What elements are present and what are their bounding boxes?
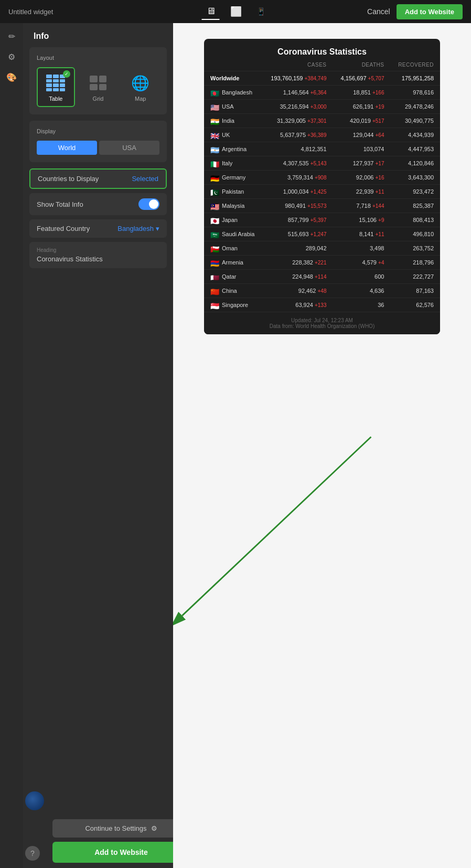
table-row-worldwide: Worldwide 193,760,159 +384,749 4,156,697… [204, 71, 440, 86]
footer-source: Data from: World Health Organization (WH… [209, 323, 435, 329]
country-deaths: 4,579 +4 [333, 256, 391, 270]
help-icon[interactable]: ? [25, 846, 40, 861]
continue-to-settings-button[interactable]: Continue to Settings ⚙ [52, 819, 190, 838]
country-cases: 4,812,351 [263, 142, 333, 156]
country-cases: 515,693 +1,247 [263, 227, 333, 241]
country-deaths: 18,851 +166 [333, 86, 391, 100]
table-row: 🇨🇳 China 92,462 +48 4,636 87,163 [204, 284, 440, 298]
countries-label: Countries to Display [38, 175, 99, 183]
show-total-info-toggle[interactable] [138, 198, 159, 210]
display-tab-usa[interactable]: USA [99, 141, 159, 155]
country-recovered: 808,413 [390, 213, 440, 227]
country-cases: 35,216,594 +3,000 [263, 100, 333, 114]
country-recovered: 29,478,246 [390, 100, 440, 114]
country-cases: 980,491 +15,573 [263, 199, 333, 213]
desktop-device-icon[interactable]: 🖥 [202, 4, 220, 20]
widget-preview: Coronavirus Statistics CASES DEATHS RECO… [204, 39, 440, 334]
country-recovered: 4,434,939 [390, 128, 440, 142]
flag-icon: 🇬🇧 [210, 132, 219, 138]
country-cases: 224,948 +114 [263, 270, 333, 284]
country-name-cell: 🇶🇦 Qatar [204, 270, 263, 284]
country-name: Bangladesh [222, 89, 252, 96]
table-label: Table [49, 96, 62, 102]
country-name-cell: 🇮🇳 India [204, 114, 263, 128]
featured-country-label: Featured Country [37, 225, 90, 232]
heading-value: Coronavirus Statistics [37, 255, 159, 263]
country-name-cell: 🇸🇬 Singapore [204, 298, 263, 312]
country-name-cell: 🇩🇪 Germany [204, 171, 263, 185]
col-country [204, 59, 263, 71]
add-to-website-button[interactable]: Add to Website [397, 4, 463, 19]
country-deaths: 420,019 +517 [333, 114, 391, 128]
footer-updated: Updated: Jul 24, 12:23 AM [209, 317, 435, 323]
edit-icon[interactable]: ✏ [8, 31, 15, 41]
country-name: Qatar [222, 273, 237, 280]
main-content: Coronavirus Statistics CASES DEATHS RECO… [173, 23, 471, 868]
country-cases: 228,382 +221 [263, 256, 333, 270]
country-recovered: 87,163 [390, 284, 440, 298]
layout-option-table[interactable]: ✓ Table [37, 67, 75, 107]
country-name-cell: 🇨🇳 China [204, 284, 263, 298]
map-label: Map [135, 96, 146, 102]
country-name: Armenia [222, 259, 243, 266]
table-row: 🇵🇰 Pakistan 1,000,034 +1,425 22,939 +11 … [204, 185, 440, 199]
country-name-cell: 🇧🇩 Bangladesh [204, 86, 263, 100]
flag-icon: 🇶🇦 [210, 273, 219, 280]
country-recovered: 978,616 [390, 86, 440, 100]
country-name-cell: 🇴🇲 Oman [204, 241, 263, 256]
stats-table: CASES DEATHS RECOVERED Worldwide 193,760… [204, 59, 440, 312]
flag-icon: 🇸🇦 [210, 231, 219, 237]
info-panel: Info Layout ✓ Table [23, 23, 173, 868]
flag-icon: 🇯🇵 [210, 217, 219, 223]
featured-country-row: Featured Country Bangladesh ▾ [29, 219, 167, 238]
table-row: 🇶🇦 Qatar 224,948 +114 600 222,727 [204, 270, 440, 284]
country-deaths: 626,191 +19 [333, 100, 391, 114]
country-recovered: 263,752 [390, 241, 440, 256]
worldwide-cases: 193,760,159 +384,749 [263, 71, 333, 86]
panel-title: Info [23, 23, 173, 47]
country-name-cell: 🇮🇹 Italy [204, 156, 263, 171]
flag-icon: 🇲🇾 [210, 203, 219, 209]
tablet-device-icon[interactable]: ⬜ [226, 4, 246, 19]
country-name: Japan [222, 217, 238, 223]
table-row: 🇮🇹 Italy 4,307,535 +5,143 127,937 +17 4,… [204, 156, 440, 171]
countries-to-display-row[interactable]: Countries to Display Selected [29, 168, 167, 189]
country-deaths: 3,498 [333, 241, 391, 256]
table-row: 🇧🇩 Bangladesh 1,146,564 +6,364 18,851 +1… [204, 86, 440, 100]
featured-country-selector[interactable]: Bangladesh ▾ [117, 225, 159, 232]
worldwide-recovered: 175,951,258 [390, 71, 440, 86]
country-recovered: 825,387 [390, 199, 440, 213]
palette-icon[interactable]: 🎨 [6, 72, 17, 82]
table-row: 🇯🇵 Japan 857,799 +5,397 15,106 +9 808,41… [204, 213, 440, 227]
settings-icon[interactable]: ⚙ [8, 52, 15, 62]
country-name: Malaysia [222, 203, 244, 209]
country-name-cell: 🇦🇷 Argentina [204, 142, 263, 156]
side-nav: ✏ ⚙ 🎨 [0, 23, 23, 82]
flag-icon: 🇮🇳 [210, 118, 219, 124]
show-total-info-label: Show Total Info [37, 200, 83, 208]
country-cases: 857,799 +5,397 [263, 213, 333, 227]
display-tab-world[interactable]: World [37, 141, 97, 155]
table-layout-icon: ✓ [43, 72, 68, 93]
table-row: 🇲🇾 Malaysia 980,491 +15,573 7,718 +144 8… [204, 199, 440, 213]
country-deaths: 127,937 +17 [333, 156, 391, 171]
layout-option-grid[interactable]: Grid [79, 67, 117, 107]
country-name-cell: 🇺🇸 USA [204, 100, 263, 114]
flag-icon: 🇧🇩 [210, 89, 219, 96]
layout-options: ✓ Table Grid 🌐 Map [37, 67, 159, 107]
cancel-button[interactable]: Cancel [367, 7, 390, 16]
heading-section: Heading Coronavirus Statistics [29, 242, 167, 268]
flag-icon: 🇴🇲 [210, 245, 219, 251]
layout-option-map[interactable]: 🌐 Map [121, 67, 159, 107]
flag-icon: 🇵🇰 [210, 188, 219, 195]
table-row: 🇸🇦 Saudi Arabia 515,693 +1,247 8,141 +11… [204, 227, 440, 241]
mobile-device-icon[interactable]: 📱 [252, 5, 270, 18]
country-deaths: 15,106 +9 [333, 213, 391, 227]
country-cases: 4,307,535 +5,143 [263, 156, 333, 171]
country-recovered: 923,472 [390, 185, 440, 199]
add-to-website-bottom-button[interactable]: Add to Website [52, 842, 190, 863]
flag-icon: 🇺🇸 [210, 103, 219, 110]
widget-title-topbar: Untitled widget [8, 8, 367, 16]
country-recovered: 218,796 [390, 256, 440, 270]
countries-value: Selected [132, 175, 158, 183]
